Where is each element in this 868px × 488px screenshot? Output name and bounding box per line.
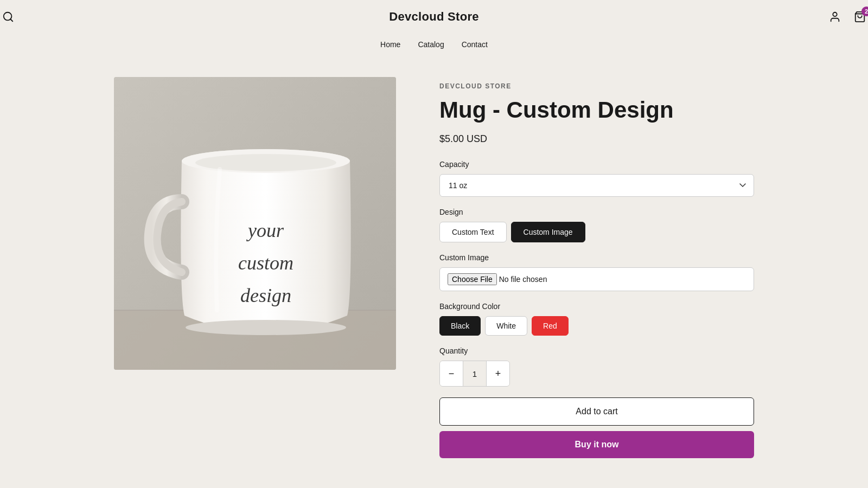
color-red-btn[interactable]: Red <box>532 316 569 336</box>
product-price: $5.00 USD <box>439 133 754 145</box>
search-icon <box>2 11 14 23</box>
add-to-cart-button[interactable]: Add to cart <box>439 397 754 426</box>
file-input[interactable] <box>440 268 754 291</box>
capacity-group: Capacity 11 oz <box>439 160 754 197</box>
cart-badge: 2 <box>861 7 868 16</box>
quantity-increase-btn[interactable]: + <box>487 361 509 386</box>
product-image-container: your custom design <box>114 77 396 458</box>
quantity-group: Quantity − 1 + <box>439 346 754 387</box>
svg-text:custom: custom <box>238 252 293 274</box>
color-white-btn[interactable]: White <box>485 316 527 336</box>
color-black-btn[interactable]: Black <box>439 316 481 336</box>
svg-text:design: design <box>240 285 291 306</box>
capacity-label: Capacity <box>439 160 754 169</box>
nav-home[interactable]: Home <box>380 40 400 49</box>
main-nav: Home Catalog Contact <box>0 34 868 55</box>
buy-now-button[interactable]: Buy it now <box>439 431 754 458</box>
mug-illustration: your custom design <box>114 77 396 370</box>
cart-button[interactable]: 2 <box>852 9 868 25</box>
design-group: Design Custom Text Custom Image <box>439 208 754 242</box>
search-button[interactable] <box>0 9 16 25</box>
header-left <box>0 9 16 25</box>
quantity-value: 1 <box>463 369 486 378</box>
bg-color-label: Background Color <box>439 302 754 311</box>
quantity-control: − 1 + <box>439 361 510 387</box>
svg-point-13 <box>186 320 346 335</box>
capacity-select[interactable]: 11 oz <box>439 174 754 197</box>
quantity-decrease-btn[interactable]: − <box>440 361 463 386</box>
svg-point-2 <box>833 12 837 16</box>
design-label: Design <box>439 208 754 216</box>
user-icon <box>829 11 841 23</box>
header: Devcloud Store 2 Home Catalog Contact <box>0 0 868 55</box>
design-custom-image-btn[interactable]: Custom Image <box>511 222 585 242</box>
custom-image-label: Custom Image <box>439 253 754 262</box>
product-title: Mug - Custom Design <box>439 97 754 124</box>
main-content: your custom design DEVCLOUD STORE Mug - … <box>81 55 787 480</box>
product-image: your custom design <box>114 77 396 370</box>
store-name: Devcloud Store <box>389 10 479 24</box>
quantity-label: Quantity <box>439 346 754 355</box>
file-input-wrapper <box>439 267 754 291</box>
store-label: DEVCLOUD STORE <box>439 82 754 90</box>
svg-point-9 <box>195 154 336 171</box>
product-details: DEVCLOUD STORE Mug - Custom Design $5.00… <box>439 77 754 458</box>
custom-image-group: Custom Image <box>439 253 754 291</box>
account-button[interactable] <box>827 9 843 25</box>
bg-color-group: Background Color Black White Red <box>439 302 754 336</box>
nav-catalog[interactable]: Catalog <box>418 40 444 49</box>
header-right: 2 <box>827 9 868 25</box>
design-custom-text-btn[interactable]: Custom Text <box>439 222 507 242</box>
svg-text:your: your <box>246 220 284 241</box>
color-buttons: Black White Red <box>439 316 754 336</box>
nav-contact[interactable]: Contact <box>462 40 488 49</box>
design-buttons: Custom Text Custom Image <box>439 222 754 242</box>
svg-line-1 <box>10 19 12 21</box>
